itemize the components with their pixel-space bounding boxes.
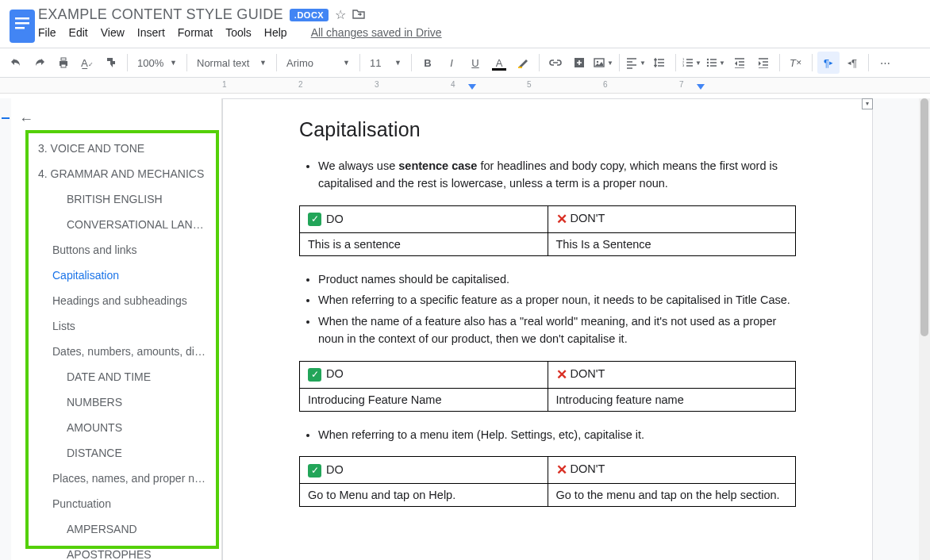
redo-button[interactable]: [29, 52, 51, 74]
do-cell: Introducing Feature Name: [300, 388, 548, 411]
menu-file[interactable]: File: [38, 26, 56, 39]
chevron-down-icon: ▼: [170, 59, 177, 67]
do-dont-table: ✓DO ✕DON'T Go to Menu and tap on Help. G…: [299, 456, 796, 507]
svg-rect-5: [61, 58, 66, 60]
outline-item[interactable]: DISTANCE: [11, 440, 221, 466]
outline-item[interactable]: NUMBERS: [11, 389, 221, 415]
font-size-dropdown[interactable]: 11▼: [365, 52, 406, 73]
outline-item[interactable]: Punctuation: [11, 491, 221, 516]
document-area[interactable]: Capitalisation We always use sentence ca…: [222, 98, 930, 560]
ruler-mark: 3: [375, 80, 379, 89]
dont-cell: Introducing feature name: [548, 388, 796, 411]
svg-point-16: [707, 65, 709, 67]
print-button[interactable]: [52, 52, 75, 74]
chevron-down-icon: ▼: [394, 59, 402, 67]
chevron-down-icon: ▼: [695, 59, 701, 67]
indent-marker-icon[interactable]: [697, 84, 705, 90]
do-header-cell: ✓DO: [300, 361, 548, 388]
text-color-button[interactable]: A: [488, 52, 510, 74]
add-comment-button[interactable]: [568, 52, 590, 74]
align-button[interactable]: ▼: [624, 52, 647, 74]
paragraph-style-dropdown[interactable]: Normal text▼: [192, 52, 271, 73]
do-header-cell: ✓DO: [300, 457, 548, 484]
highlight-color-button[interactable]: [512, 52, 534, 74]
cross-icon: ✕: [556, 212, 567, 227]
do-dont-table: ✓DO ✕DON'T This is a sentence This Is a …: [299, 205, 796, 256]
outline-item[interactable]: 3. VOICE AND TONE: [11, 136, 221, 161]
insert-image-button[interactable]: ▼: [592, 52, 614, 74]
rtl-button[interactable]: ◂¶: [841, 52, 863, 74]
workspace: ← 3. VOICE AND TONE4. GRAMMAR AND MECHAN…: [0, 98, 930, 560]
do-cell: This is a sentence: [300, 232, 548, 255]
svg-point-14: [707, 59, 709, 60]
italic-button[interactable]: I: [440, 52, 463, 74]
outline-item[interactable]: Places, names, and proper n…: [11, 466, 221, 491]
menu-format[interactable]: Format: [178, 26, 213, 39]
outline-item[interactable]: Capitalisation: [11, 263, 221, 288]
save-status[interactable]: All changes saved in Drive: [311, 26, 442, 39]
ltr-button[interactable]: ¶▸: [817, 52, 840, 74]
left-rail: [0, 98, 11, 560]
docx-badge: .DOCX: [290, 9, 329, 21]
outline-item[interactable]: CONVERSATIONAL LANG…: [11, 212, 221, 237]
bullet-item: When referring to a specific feature as …: [318, 291, 796, 309]
bulleted-list-button[interactable]: ▼: [705, 52, 727, 74]
outline-item[interactable]: APOSTROPHES: [11, 542, 221, 560]
chevron-down-icon: ▼: [259, 59, 267, 67]
indent-marker-icon[interactable]: [468, 84, 476, 90]
chevron-down-icon: ▼: [719, 59, 725, 67]
outline-item[interactable]: Lists: [11, 313, 221, 339]
outline-item[interactable]: Buttons and links: [11, 237, 221, 263]
zoom-dropdown[interactable]: 100%▼: [133, 52, 182, 73]
clear-formatting-button[interactable]: T✕: [785, 52, 807, 74]
ruler-mark: 1: [222, 80, 227, 89]
paint-format-button[interactable]: [100, 52, 122, 74]
bullet-item: We always use sentence case for headline…: [318, 157, 796, 193]
docs-logo-icon[interactable]: [6, 5, 38, 48]
more-toolbar-button[interactable]: ⋯: [874, 52, 896, 74]
menu-edit[interactable]: Edit: [69, 26, 88, 39]
spellcheck-button[interactable]: A̲✓: [76, 52, 98, 74]
decrease-indent-button[interactable]: [728, 52, 751, 74]
outline-item[interactable]: Headings and subheadings: [11, 288, 221, 313]
outline-item[interactable]: DATE AND TIME: [11, 364, 221, 389]
outline-item[interactable]: AMPERSAND: [11, 516, 221, 542]
title-bar: EXAMPLE CONTENT STYLE GUIDE .DOCX ☆ File…: [0, 0, 930, 48]
chevron-down-icon: ▼: [343, 59, 350, 67]
numbered-list-button[interactable]: 123▼: [681, 52, 703, 74]
table-options-button[interactable]: ▾: [862, 98, 873, 109]
outline-panel: ← 3. VOICE AND TONE4. GRAMMAR AND MECHAN…: [11, 98, 222, 560]
svg-rect-6: [61, 64, 66, 67]
ruler[interactable]: 1 2 3 4 5 6 7: [0, 78, 930, 94]
outline-item[interactable]: AMOUNTS: [11, 415, 221, 440]
undo-button[interactable]: [5, 52, 27, 74]
vertical-scrollbar[interactable]: [919, 98, 930, 560]
svg-rect-1: [15, 17, 29, 20]
dont-header-cell: ✕DON'T: [548, 457, 796, 484]
outline-item[interactable]: 4. GRAMMAR AND MECHANICS: [11, 161, 221, 186]
menu-view[interactable]: View: [101, 26, 125, 39]
menu-insert[interactable]: Insert: [137, 26, 165, 39]
check-icon: ✓: [308, 368, 321, 382]
scroll-thumb[interactable]: [920, 98, 928, 336]
increase-indent-button[interactable]: [752, 52, 774, 74]
check-icon: ✓: [308, 213, 321, 226]
outline-item[interactable]: BRITISH ENGLISH: [11, 186, 221, 212]
font-dropdown[interactable]: Arimo▼: [282, 52, 355, 73]
move-to-folder-icon[interactable]: [352, 8, 365, 22]
outline-back-button[interactable]: ←: [11, 106, 221, 129]
menu-help[interactable]: Help: [264, 26, 287, 39]
document-title[interactable]: EXAMPLE CONTENT STYLE GUIDE: [38, 6, 283, 23]
bold-button[interactable]: B: [417, 52, 439, 74]
outline-indicator-icon: [2, 117, 10, 119]
outline-item[interactable]: Dates, numbers, amounts, di…: [11, 339, 221, 364]
menu-tools[interactable]: Tools: [225, 26, 252, 39]
ruler-mark: 6: [603, 80, 608, 89]
insert-link-button[interactable]: [544, 52, 567, 74]
bullet-list: When referring to a menu item (Help. Set…: [318, 426, 796, 443]
star-icon[interactable]: ☆: [335, 7, 346, 22]
underline-button[interactable]: U: [464, 52, 486, 74]
document-page[interactable]: Capitalisation We always use sentence ca…: [222, 98, 873, 560]
dont-header-cell: ✕DON'T: [548, 205, 796, 232]
line-spacing-button[interactable]: [648, 52, 671, 74]
